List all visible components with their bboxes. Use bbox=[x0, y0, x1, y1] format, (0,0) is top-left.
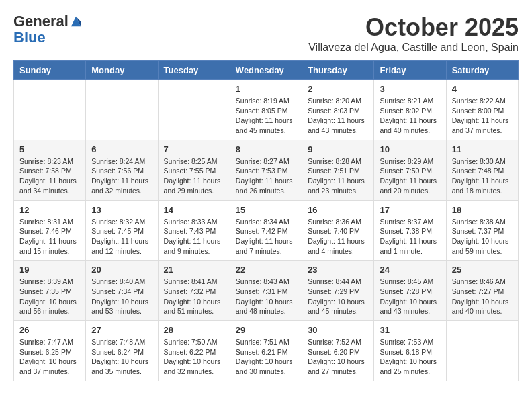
weekday-header-saturday: Saturday bbox=[446, 61, 518, 80]
day-info: Sunrise: 8:45 AM Sunset: 7:28 PM Dayligh… bbox=[380, 277, 440, 316]
day-info: Sunrise: 8:34 AM Sunset: 7:42 PM Dayligh… bbox=[236, 217, 296, 257]
page-header: General Blue October 2025 Villaveza del … bbox=[13, 13, 519, 54]
weekday-header-row: SundayMondayTuesdayWednesdayThursdayFrid… bbox=[14, 61, 519, 80]
calendar-cell: 15Sunrise: 8:34 AM Sunset: 7:42 PM Dayli… bbox=[230, 200, 302, 261]
logo-blue-text: Blue bbox=[13, 29, 46, 46]
day-number: 24 bbox=[380, 265, 440, 275]
day-info: Sunrise: 8:40 AM Sunset: 7:34 PM Dayligh… bbox=[91, 277, 152, 316]
calendar-cell: 18Sunrise: 8:38 AM Sunset: 7:37 PM Dayli… bbox=[446, 200, 518, 261]
day-number: 22 bbox=[236, 265, 296, 275]
calendar-week-row: 26Sunrise: 7:47 AM Sunset: 6:25 PM Dayli… bbox=[14, 321, 519, 381]
calendar-cell bbox=[158, 80, 230, 140]
calendar-cell: 23Sunrise: 8:44 AM Sunset: 7:29 PM Dayli… bbox=[302, 261, 374, 321]
day-number: 1 bbox=[236, 84, 296, 94]
calendar-cell: 21Sunrise: 8:41 AM Sunset: 7:32 PM Dayli… bbox=[158, 261, 230, 321]
calendar-cell: 6Sunrise: 8:24 AM Sunset: 7:56 PM Daylig… bbox=[86, 140, 158, 200]
day-number: 10 bbox=[380, 144, 440, 154]
day-number: 21 bbox=[164, 265, 224, 275]
weekday-header-monday: Monday bbox=[86, 61, 158, 80]
day-number: 31 bbox=[380, 325, 440, 335]
day-info: Sunrise: 7:53 AM Sunset: 6:18 PM Dayligh… bbox=[380, 337, 440, 377]
calendar-cell: 28Sunrise: 7:50 AM Sunset: 6:22 PM Dayli… bbox=[158, 321, 230, 381]
day-info: Sunrise: 7:48 AM Sunset: 6:24 PM Dayligh… bbox=[91, 337, 152, 377]
calendar-cell: 16Sunrise: 8:36 AM Sunset: 7:40 PM Dayli… bbox=[302, 200, 374, 261]
calendar-cell: 24Sunrise: 8:45 AM Sunset: 7:28 PM Dayli… bbox=[374, 261, 446, 321]
calendar-cell: 9Sunrise: 8:28 AM Sunset: 7:51 PM Daylig… bbox=[302, 140, 374, 200]
day-number: 12 bbox=[19, 205, 80, 215]
day-number: 11 bbox=[452, 144, 513, 154]
day-info: Sunrise: 8:30 AM Sunset: 7:48 PM Dayligh… bbox=[452, 156, 513, 196]
day-number: 15 bbox=[236, 205, 296, 215]
calendar-cell: 29Sunrise: 7:51 AM Sunset: 6:21 PM Dayli… bbox=[230, 321, 302, 381]
day-number: 29 bbox=[236, 325, 296, 335]
calendar-cell: 8Sunrise: 8:27 AM Sunset: 7:53 PM Daylig… bbox=[230, 140, 302, 200]
calendar-cell: 17Sunrise: 8:37 AM Sunset: 7:38 PM Dayli… bbox=[374, 200, 446, 261]
calendar-table: SundayMondayTuesdayWednesdayThursdayFrid… bbox=[13, 60, 519, 381]
day-number: 9 bbox=[308, 144, 368, 154]
day-info: Sunrise: 7:50 AM Sunset: 6:22 PM Dayligh… bbox=[164, 337, 224, 377]
day-info: Sunrise: 8:23 AM Sunset: 7:58 PM Dayligh… bbox=[19, 156, 80, 196]
day-number: 30 bbox=[308, 325, 368, 335]
day-info: Sunrise: 8:28 AM Sunset: 7:51 PM Dayligh… bbox=[308, 156, 368, 196]
calendar-cell: 11Sunrise: 8:30 AM Sunset: 7:48 PM Dayli… bbox=[446, 140, 518, 200]
day-number: 5 bbox=[19, 144, 80, 154]
weekday-header-tuesday: Tuesday bbox=[158, 61, 230, 80]
day-info: Sunrise: 8:33 AM Sunset: 7:43 PM Dayligh… bbox=[164, 217, 224, 257]
calendar-week-row: 5Sunrise: 8:23 AM Sunset: 7:58 PM Daylig… bbox=[14, 140, 519, 200]
day-number: 14 bbox=[164, 205, 224, 215]
day-number: 3 bbox=[380, 84, 440, 94]
day-number: 28 bbox=[164, 325, 224, 335]
day-info: Sunrise: 8:38 AM Sunset: 7:37 PM Dayligh… bbox=[452, 217, 513, 257]
calendar-week-row: 12Sunrise: 8:31 AM Sunset: 7:46 PM Dayli… bbox=[14, 200, 519, 261]
day-number: 8 bbox=[236, 144, 296, 154]
day-number: 4 bbox=[452, 84, 513, 94]
calendar-cell: 13Sunrise: 8:32 AM Sunset: 7:45 PM Dayli… bbox=[86, 200, 158, 261]
month-title: October 2025 bbox=[308, 13, 519, 42]
day-number: 7 bbox=[164, 144, 224, 154]
calendar-cell: 20Sunrise: 8:40 AM Sunset: 7:34 PM Dayli… bbox=[86, 261, 158, 321]
day-number: 6 bbox=[91, 144, 152, 154]
calendar-week-row: 19Sunrise: 8:39 AM Sunset: 7:35 PM Dayli… bbox=[14, 261, 519, 321]
day-info: Sunrise: 7:51 AM Sunset: 6:21 PM Dayligh… bbox=[236, 337, 296, 377]
weekday-header-wednesday: Wednesday bbox=[230, 61, 302, 80]
day-info: Sunrise: 8:20 AM Sunset: 8:03 PM Dayligh… bbox=[308, 96, 368, 136]
day-info: Sunrise: 8:43 AM Sunset: 7:31 PM Dayligh… bbox=[236, 277, 296, 316]
day-info: Sunrise: 8:44 AM Sunset: 7:29 PM Dayligh… bbox=[308, 277, 368, 316]
day-number: 26 bbox=[19, 325, 80, 335]
calendar-cell: 7Sunrise: 8:25 AM Sunset: 7:55 PM Daylig… bbox=[158, 140, 230, 200]
logo-icon bbox=[70, 15, 82, 28]
calendar-cell bbox=[14, 80, 86, 140]
day-number: 19 bbox=[19, 265, 80, 275]
day-info: Sunrise: 8:39 AM Sunset: 7:35 PM Dayligh… bbox=[19, 277, 80, 316]
calendar-cell bbox=[86, 80, 158, 140]
day-info: Sunrise: 7:47 AM Sunset: 6:25 PM Dayligh… bbox=[19, 337, 80, 377]
day-number: 17 bbox=[380, 205, 440, 215]
day-info: Sunrise: 8:31 AM Sunset: 7:46 PM Dayligh… bbox=[19, 217, 80, 257]
day-number: 18 bbox=[452, 205, 513, 215]
day-info: Sunrise: 8:19 AM Sunset: 8:05 PM Dayligh… bbox=[236, 96, 296, 136]
calendar-cell: 1Sunrise: 8:19 AM Sunset: 8:05 PM Daylig… bbox=[230, 80, 302, 140]
logo: General Blue bbox=[13, 13, 82, 46]
weekday-header-sunday: Sunday bbox=[14, 61, 86, 80]
calendar-cell: 4Sunrise: 8:22 AM Sunset: 8:00 PM Daylig… bbox=[446, 80, 518, 140]
weekday-header-thursday: Thursday bbox=[302, 61, 374, 80]
calendar-cell: 22Sunrise: 8:43 AM Sunset: 7:31 PM Dayli… bbox=[230, 261, 302, 321]
day-info: Sunrise: 8:36 AM Sunset: 7:40 PM Dayligh… bbox=[308, 217, 368, 257]
day-info: Sunrise: 8:25 AM Sunset: 7:55 PM Dayligh… bbox=[164, 156, 224, 196]
day-number: 25 bbox=[452, 265, 513, 275]
day-info: Sunrise: 8:29 AM Sunset: 7:50 PM Dayligh… bbox=[380, 156, 440, 196]
day-number: 16 bbox=[308, 205, 368, 215]
calendar-week-row: 1Sunrise: 8:19 AM Sunset: 8:05 PM Daylig… bbox=[14, 80, 519, 140]
calendar-cell: 31Sunrise: 7:53 AM Sunset: 6:18 PM Dayli… bbox=[374, 321, 446, 381]
title-block: October 2025 Villaveza del Agua, Castill… bbox=[308, 13, 519, 54]
day-info: Sunrise: 8:21 AM Sunset: 8:02 PM Dayligh… bbox=[380, 96, 440, 136]
calendar-cell: 5Sunrise: 8:23 AM Sunset: 7:58 PM Daylig… bbox=[14, 140, 86, 200]
calendar-cell: 26Sunrise: 7:47 AM Sunset: 6:25 PM Dayli… bbox=[14, 321, 86, 381]
calendar-cell: 30Sunrise: 7:52 AM Sunset: 6:20 PM Dayli… bbox=[302, 321, 374, 381]
day-info: Sunrise: 8:37 AM Sunset: 7:38 PM Dayligh… bbox=[380, 217, 440, 257]
weekday-header-friday: Friday bbox=[374, 61, 446, 80]
calendar-cell: 3Sunrise: 8:21 AM Sunset: 8:02 PM Daylig… bbox=[374, 80, 446, 140]
day-info: Sunrise: 8:41 AM Sunset: 7:32 PM Dayligh… bbox=[164, 277, 224, 316]
day-info: Sunrise: 8:46 AM Sunset: 7:27 PM Dayligh… bbox=[452, 277, 513, 316]
day-number: 2 bbox=[308, 84, 368, 94]
